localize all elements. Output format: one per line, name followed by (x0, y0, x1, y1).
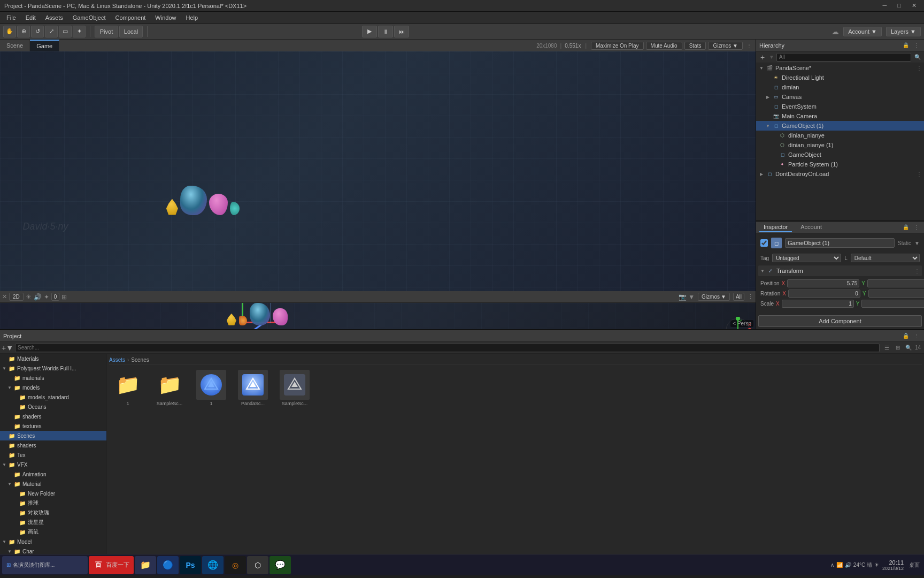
tree-huaqiu[interactable]: 📁 画鼠 (0, 527, 106, 537)
camera-overlay-btn[interactable]: ⊞ (61, 293, 67, 301)
hier-dots-dontdestroy[interactable]: ⋮ (917, 171, 922, 177)
taskbar-wechat-btn[interactable]: 💬 (270, 556, 291, 574)
scene-canvas-bottom[interactable]: < Persp X Y (0, 303, 756, 329)
scale-x-input[interactable] (782, 300, 854, 308)
time-display[interactable]: 20:11 2021/8/12 (882, 559, 904, 571)
pos-y-input[interactable] (867, 279, 924, 287)
project-grid-view[interactable]: ⊞ (894, 344, 902, 352)
taskbar-app3-btn[interactable]: 🔵 (157, 556, 179, 574)
hier-pandascene[interactable]: ▼ 🎬 PandaScene* ⋮ (756, 63, 924, 73)
project-lock-icon[interactable]: 🔒 (902, 332, 910, 340)
game-canvas[interactable]: David·5·ny (0, 51, 756, 291)
camera-btn[interactable]: 📷 ▼ (679, 293, 695, 301)
tree-textures[interactable]: 📁 textures (0, 421, 106, 431)
tab-account[interactable]: Account (796, 223, 826, 232)
close-btn[interactable]: ✕ (908, 2, 920, 9)
static-arrow[interactable]: ▼ (914, 240, 920, 246)
menu-file[interactable]: File (2, 13, 20, 22)
transform-component-header[interactable]: ▼ ⤢ Transform ⋮ (758, 265, 922, 276)
rot-y-input[interactable] (868, 290, 924, 298)
maximize-on-play-btn[interactable]: Maximize On Play (591, 42, 644, 50)
tab-inspector[interactable]: Inspector (759, 223, 792, 232)
hier-eventsystem[interactable]: ◻ EventSystem (756, 102, 924, 111)
rect-tool[interactable]: ▭ (59, 26, 72, 37)
pause-btn[interactable]: ⏸ (378, 26, 393, 37)
cloud-btn[interactable]: ☁ (831, 27, 839, 36)
asset-unity1[interactable]: 1 (192, 369, 230, 408)
asset-samplesc2[interactable]: SampleSc... (276, 369, 313, 408)
go-name-input[interactable] (785, 238, 895, 248)
project-list-view[interactable]: ☰ (883, 344, 891, 352)
scene-options-btn[interactable]: ⋮ (745, 41, 753, 50)
local-btn[interactable]: Local (119, 26, 143, 37)
hierarchy-options-icon[interactable]: ⋮ (912, 41, 921, 50)
taskbar-unity-btn[interactable]: ⬡ (247, 556, 268, 574)
hierarchy-search-icon[interactable]: 🔍 (913, 53, 922, 62)
pivot-btn[interactable]: Pivot (95, 26, 118, 37)
scale-y-input[interactable] (861, 300, 924, 308)
breadcrumb-assets[interactable]: Assets (109, 357, 125, 363)
layer-select[interactable]: Default (851, 254, 920, 262)
rot-x-input[interactable] (788, 290, 860, 298)
maximize-btn[interactable]: □ (894, 2, 904, 9)
tree-poly-models[interactable]: ▼ 📁 models (0, 383, 106, 392)
desk-btn[interactable]: 桌面 (907, 561, 922, 569)
taskbar-explorer-btn[interactable]: 📁 (135, 556, 156, 574)
taskbar-edge-btn[interactable]: 🌐 (202, 556, 224, 574)
tree-material[interactable]: ▼ 📁 Material (0, 479, 106, 489)
mute-audio-btn[interactable]: Mute Audio (646, 42, 682, 50)
effects-toggle[interactable]: ✦ (44, 293, 49, 301)
tab-game[interactable]: Game (30, 40, 59, 51)
tree-shaders-root[interactable]: 📁 shaders (0, 440, 106, 450)
hierarchy-lock-icon[interactable]: 🔒 (902, 41, 910, 50)
project-search-local[interactable]: 🔍 (904, 344, 913, 352)
tree-animation[interactable]: 📁 Animation (0, 469, 106, 479)
tree-models-standard[interactable]: 📁 models_standard (0, 392, 106, 402)
close-scene-btn[interactable]: ✕ (2, 293, 7, 300)
step-btn[interactable]: ⏭ (394, 26, 409, 37)
light-toggle[interactable]: ☀ (26, 293, 32, 301)
hierarchy-search[interactable] (776, 53, 911, 62)
layers-btn[interactable]: Layers ▼ (886, 27, 921, 36)
hier-dirlight[interactable]: ☀ Directional Light (756, 73, 924, 82)
asset-samplesc-folder[interactable]: 📁 SampleSc... (151, 369, 188, 408)
inspector-options-icon[interactable]: ⋮ (912, 223, 921, 232)
minimize-btn[interactable]: ─ (880, 2, 890, 9)
menu-assets[interactable]: Assets (41, 13, 67, 22)
tree-materials[interactable]: 📁 Materials (0, 354, 106, 363)
hier-gameobject1[interactable]: ▼ ◻ GameObject (1) (756, 121, 924, 131)
audio-toggle[interactable]: 🔊 (34, 293, 42, 301)
tab-scene[interactable]: Scene (0, 40, 30, 51)
hier-dimian[interactable]: ◻ dimian (756, 82, 924, 92)
taskbar-baidu-btn[interactable]: 百 百度一下 (89, 556, 134, 574)
2d-btn[interactable]: 2D (9, 293, 24, 301)
taskbar-ps-btn[interactable]: Ps (180, 556, 201, 574)
play-btn[interactable]: ▶ (362, 26, 377, 37)
go-active-checkbox[interactable] (760, 239, 768, 247)
project-add-btn[interactable]: +▼ (3, 344, 12, 352)
taskbar-blender-btn[interactable]: ◎ (225, 556, 246, 574)
hierarchy-add-btn[interactable]: + (758, 53, 767, 62)
add-component-btn[interactable]: Add Component (758, 315, 922, 327)
expand-systray-btn[interactable]: ∧ (830, 562, 834, 568)
tree-model-root[interactable]: ▼ 📁 Model (0, 537, 106, 546)
gizmos-top-btn[interactable]: Gizmos ▼ (708, 42, 743, 50)
pos-x-input[interactable] (787, 279, 859, 287)
tree-scenes[interactable]: 📁 Scenes (0, 431, 106, 440)
hier-dontdestroy[interactable]: ▶ ◻ DontDestroyOnLoad ⋮ (756, 169, 924, 179)
menu-gameobject[interactable]: GameObject (68, 13, 110, 22)
account-btn[interactable]: Account ▼ (843, 27, 882, 36)
menu-edit[interactable]: Edit (21, 13, 40, 22)
bottom-options[interactable]: ⋮ (748, 293, 753, 300)
transform-tool[interactable]: ✦ (73, 26, 86, 37)
gizmos-bottom-btn[interactable]: Gizmos ▼ (698, 293, 730, 301)
hand-tool[interactable]: ✋ (3, 26, 16, 37)
menu-component[interactable]: Component (111, 13, 150, 22)
project-options-icon[interactable]: ⋮ (912, 332, 921, 340)
tree-tuiqiu[interactable]: 📁 推球 (0, 498, 106, 508)
inspector-lock-icon[interactable]: 🔒 (902, 223, 910, 232)
tree-oceans[interactable]: 📁 Oceans (0, 402, 106, 412)
tree-duigong[interactable]: 📁 对攻玫瑰 (0, 508, 106, 518)
hier-dinian-nianye1[interactable]: ⬡ dinian_nianye (1) (756, 140, 924, 150)
hier-gameobject-child[interactable]: ◻ GameObject (756, 150, 924, 159)
